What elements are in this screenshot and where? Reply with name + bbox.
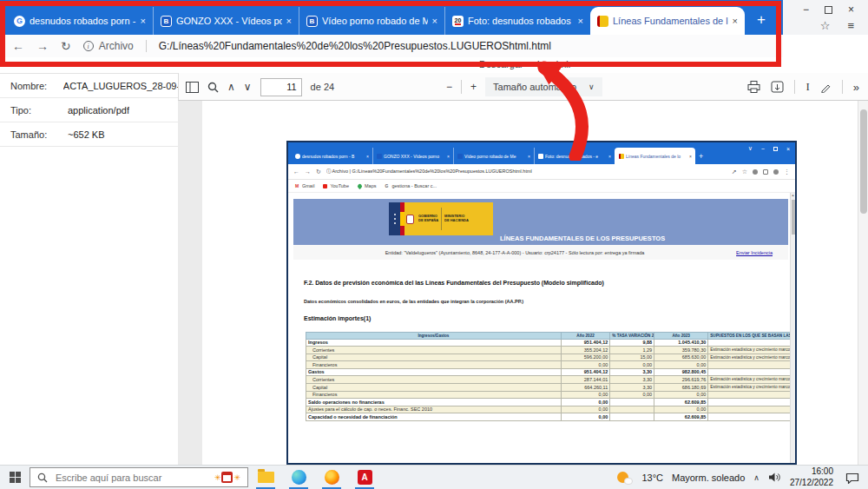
embedded-tab-label: GONZO XXX - Vídeos porno [384,154,445,159]
next-page-icon[interactable]: ∨ [244,81,252,93]
tab-close-icon: × [366,154,369,159]
tab-lineas-active[interactable]: Líneas Fundamentales de lo × [590,7,745,35]
search-input[interactable] [54,472,208,484]
flag-emblem-icon [389,202,400,235]
draw-pen-icon[interactable] [820,82,832,93]
embedded-tab-label: Líneas Fundamentales de lo [626,154,687,159]
pdf-toolbar: ∧ ∨ de 24 − + Tamaño automático ∨ [178,73,868,101]
zoom-in-icon[interactable]: + [470,81,477,93]
table-row: Financieros 0,00 0,00 0,00 [306,361,797,369]
menu-icon[interactable]: ≡ [847,19,854,32]
zoom-select-value: Tamaño automático [493,82,576,92]
close-button[interactable]: × [848,3,854,16]
table-row: Capital 664.260,11 3,30 686.180,69 Estim… [306,384,797,392]
address-bar: ← → ↻ i Archivo G:/Líneas%20Fundamentale… [0,35,783,57]
search-icon[interactable] [207,82,219,93]
tab-close-icon[interactable]: × [733,16,738,26]
weather-desc[interactable]: Mayorm. soleado [672,472,745,483]
forward-icon[interactable]: → [36,39,49,53]
tab-close-icon[interactable]: × [286,16,292,26]
page-number-input[interactable] [260,78,302,96]
weather-icon[interactable] [617,471,633,485]
back-icon[interactable]: ← [12,39,24,53]
maximize-button [773,147,778,151]
tab-close-icon[interactable]: × [141,16,146,26]
maximize-button[interactable] [825,6,832,14]
tab-foto[interactable]: 20 Foto: desnudos robados - e × [444,7,590,35]
tab-desnudos[interactable]: G desnudos robados porn - B × [7,7,153,35]
url-text[interactable]: G:/Líneas%20Fundamentales%20de%20los%20P… [159,40,551,52]
acrobat-button[interactable]: A [354,466,375,489]
b-favicon-icon [377,154,382,159]
taskbar-search[interactable]: ✳ ✳ [30,467,248,487]
origin-chip[interactable]: i Archivo [83,40,134,52]
zoom-out-icon[interactable]: − [446,81,452,93]
more-tools-icon[interactable]: » [853,81,859,94]
file-explorer-button[interactable] [255,466,276,489]
notification-center-icon[interactable] [845,472,859,484]
acrobat-pdf-icon: A [358,470,372,485]
b-favicon-icon [457,154,463,159]
veinte-favicon-icon [538,154,543,159]
text-select-icon[interactable]: I [806,80,809,94]
scroll-up-icon: ▲ [792,193,795,197]
embedded-window-controls: ∨ − × [748,145,790,152]
file-type-value: application/pdf [68,105,129,116]
embedded-tab-label: Vídeo porno robado de Me [464,154,526,159]
tab-close-icon[interactable]: × [432,16,437,26]
table-row: Financieros 0,00 0,00 0,00 [306,391,797,399]
file-size-value: ~652 KB [68,129,105,140]
bookmark-gestiona: Ggestiona - Buscar c... [385,183,437,188]
previous-page-icon[interactable]: ∧ [227,81,235,93]
pdf-scrollbar-thumb[interactable] [860,109,867,214]
col-ano-2022: Año 2022 [561,333,610,340]
tab-search-icon: ∨ [748,145,753,152]
scrollbar-thumb [792,200,795,235]
print-icon[interactable] [747,81,760,93]
volume-icon[interactable] [768,472,781,483]
col-ano-2023: Año 2023 [654,333,708,340]
extensions-icon [753,169,758,175]
bookmark-star-icon[interactable]: ☆ [820,19,831,32]
edge-button[interactable] [288,466,309,489]
embedded-tab: GONZO XXX - Vídeos porno × [372,148,453,164]
tray-chevron-up-icon[interactable]: ∧ [753,473,760,482]
b-favicon-icon: B [161,16,172,27]
table-row: Capital 596.200,00 15,00 685.630,00 Esti… [306,354,797,361]
tab-video[interactable]: B Vídeo porno robado de Me × [299,7,444,35]
sidebar-toggle-icon[interactable] [186,82,199,93]
print-link[interactable]: Imprimir [537,59,572,69]
zoom-select[interactable]: Tamaño automático ∨ [485,77,602,96]
table-row: Corrientes 287.144,01 3,30 296.619,76 Es… [306,376,797,384]
spain-flag-icon [400,202,404,235]
windows-logo-icon [10,472,21,483]
tab-gonzo[interactable]: B GONZO XXX - Vídeos porno × [153,7,299,35]
tab-close-icon[interactable]: × [578,16,583,26]
table-row: Capacidad o necesidad de financiación 0,… [306,413,797,421]
gov-favicon-icon [597,16,608,27]
new-tab-button[interactable]: + [750,9,773,31]
clock-time: 16:00 [812,466,833,476]
search-highlight-calendar-icon[interactable]: ✳ ✳ [214,472,240,483]
download-link[interactable]: Descargar [479,59,523,69]
gov-banner: GOBIERNO DE ESPAÑA MINISTERIO DE HACIEND… [293,199,788,245]
start-button[interactable] [0,472,30,483]
back-icon: ← [293,169,299,175]
reload-icon[interactable]: ↻ [61,39,71,53]
info-icon: ⓘ [326,169,332,174]
screen: G desnudos robados porn - B × B GONZO XX… [0,0,868,489]
pdf-scrollbar[interactable] [858,101,868,465]
weather-temp[interactable]: 13°C [641,472,663,483]
origin-chip-label: Archivo [99,40,134,52]
tab-label: Líneas Fundamentales de lo [613,16,728,26]
browser-titlebar: G desnudos robados porn - B × B GONZO XX… [0,0,868,35]
clock[interactable]: 16:00 27/12/2022 [790,466,833,488]
minimize-button[interactable]: − [803,3,809,16]
firefox-button[interactable] [321,466,342,489]
embedded-tabstrip: desnudos robados porn - B × GONZO XXX - … [292,142,703,164]
download-icon[interactable] [771,81,784,93]
tab-close-icon: × [447,154,450,159]
search-icon [37,472,48,483]
sidebar-icon [763,169,768,175]
tab-label: Vídeo porno robado de Me [322,16,428,26]
